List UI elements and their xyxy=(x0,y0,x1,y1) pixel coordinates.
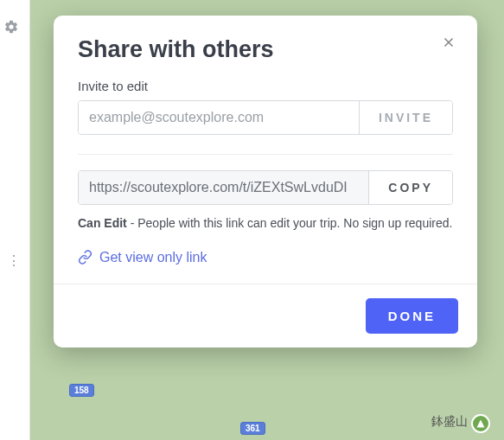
invite-label: Invite to edit xyxy=(78,79,453,93)
close-icon xyxy=(441,35,456,50)
link-icon xyxy=(78,250,93,265)
permission-description: - People with this link can edit your tr… xyxy=(127,216,453,230)
modal-footer: DONE xyxy=(54,284,477,348)
road-label: 158 xyxy=(69,384,94,397)
done-button[interactable]: DONE xyxy=(366,298,458,334)
copy-button[interactable]: COPY xyxy=(368,171,452,204)
permission-level: Can Edit xyxy=(78,216,127,230)
mountain-icon xyxy=(471,414,490,433)
peak-label: 鉢盛山 xyxy=(431,414,468,430)
gear-icon[interactable] xyxy=(3,19,19,38)
invite-button[interactable]: INVITE xyxy=(359,101,452,134)
view-only-link-label: Get view only link xyxy=(99,250,207,265)
divider xyxy=(78,154,453,155)
share-url-input[interactable] xyxy=(79,171,368,204)
close-button[interactable] xyxy=(437,31,460,56)
permission-text: Can Edit - People with this link can edi… xyxy=(78,214,453,234)
share-link-row: COPY xyxy=(78,170,453,205)
road-label: 361 xyxy=(240,422,265,435)
email-input[interactable] xyxy=(79,101,359,134)
share-modal: Share with others Invite to edit INVITE … xyxy=(54,16,477,348)
modal-title: Share with others xyxy=(78,36,453,63)
invite-row: INVITE xyxy=(78,100,453,135)
more-icon[interactable]: ⋮ xyxy=(7,252,19,269)
get-view-only-link[interactable]: Get view only link xyxy=(78,250,207,265)
